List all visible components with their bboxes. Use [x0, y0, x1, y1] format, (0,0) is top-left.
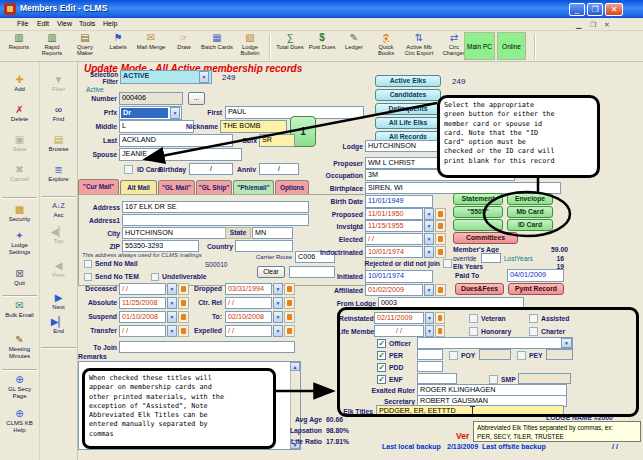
dropdown-arrow-icon[interactable]: ▼	[424, 220, 434, 232]
suffix-field[interactable]: SR	[259, 134, 295, 147]
online-indicator[interactable]: Online	[497, 32, 526, 60]
sidebar-prev-button[interactable]: ◀Prev	[40, 260, 77, 279]
indoctrinated-field[interactable]: 10/01/1974	[365, 246, 423, 258]
zip-field[interactable]: 55350-3293	[122, 240, 199, 252]
close-button[interactable]: ✕	[605, 3, 623, 16]
dropdown-arrow-icon[interactable]: ▼	[424, 246, 434, 258]
sidebar-meeting-minutes-button[interactable]: ✎Meeting Minutes	[1, 334, 38, 359]
city-field[interactable]: HUTCHINSON	[122, 227, 233, 239]
menu-tools[interactable]: Tools	[79, 20, 95, 27]
mdi-close-button[interactable]: ✕	[604, 21, 610, 28]
per-field[interactable]	[417, 349, 443, 360]
dropdown-arrow-icon[interactable]: ▼	[273, 297, 283, 309]
paid-to-field[interactable]: 04/01/2009	[507, 269, 564, 282]
filter-dropdown-arrow-icon[interactable]: ▼	[199, 71, 209, 83]
address1-field[interactable]	[122, 214, 309, 226]
elected-field[interactable]: / /	[365, 233, 423, 245]
sidebar-explore-button[interactable]: ≣Explore	[40, 164, 77, 183]
main-pc-indicator[interactable]: Main PC	[464, 32, 495, 60]
state-field[interactable]: MN	[252, 227, 293, 239]
lodge-bulletin-button[interactable]: ▧Lodge Bulletin	[234, 32, 266, 61]
draw-button[interactable]: ☞Draw	[168, 32, 200, 61]
tab-cur-mail[interactable]: "Cur Mail"	[78, 179, 119, 194]
nickname-field[interactable]: THE BOMB	[220, 120, 287, 133]
honorary-checkbox[interactable]: ✓	[469, 327, 478, 336]
sidebar-gl-secy-page-button[interactable]: ⊕GL Secy Page	[1, 374, 38, 399]
id-card-button[interactable]: ID Card	[507, 219, 553, 231]
dropped-field[interactable]: 03/31/1994	[225, 283, 272, 295]
rapid-reports-button[interactable]: ▥Rapid Reports	[36, 32, 68, 61]
dropdown-arrow-icon[interactable]: ▼	[273, 325, 283, 337]
enf-field[interactable]	[417, 373, 457, 384]
calendar-button[interactable]	[284, 283, 295, 295]
menu-help[interactable]: Help	[103, 20, 117, 27]
calendar-button[interactable]	[435, 208, 446, 220]
dropdown-arrow-icon[interactable]: ▼	[273, 283, 283, 295]
calendar-button[interactable]	[284, 325, 295, 337]
prfx-dropdown-arrow-icon[interactable]: ▼	[170, 107, 180, 119]
tab-options[interactable]: Options	[275, 180, 309, 194]
dropdown-arrow-icon[interactable]: ▼	[424, 284, 434, 296]
committees-button[interactable]: Committees	[453, 232, 518, 244]
initiated-field[interactable]: 10/01/1974	[365, 270, 433, 283]
mdi-restore-button[interactable]: ❐	[590, 21, 596, 28]
menu-view[interactable]: View	[57, 20, 72, 27]
rejected-checkbox[interactable]: ✓	[443, 259, 452, 268]
sidebar-asc-button[interactable]: A↓ZAsc	[40, 200, 77, 219]
to-join-field[interactable]	[119, 341, 295, 353]
calendar-button[interactable]	[435, 220, 446, 232]
pey-field[interactable]	[546, 349, 573, 360]
post-dues-button[interactable]: $Post Dues	[306, 32, 338, 61]
sidebar-add-button[interactable]: ✚Add	[1, 74, 38, 93]
delinquents-button[interactable]: Delinquents	[375, 103, 441, 115]
calendar-button[interactable]	[284, 297, 295, 309]
send-no-mail-checkbox[interactable]: ✓	[84, 260, 92, 268]
country-field[interactable]	[235, 240, 293, 252]
mb-card-button[interactable]: Mb Card	[507, 206, 553, 218]
address-field[interactable]: 167 ELK DR SE	[122, 201, 309, 213]
sidebar-lodge-settings-button[interactable]: ✦Lodge Settings	[1, 230, 38, 255]
pdd-field[interactable]	[417, 361, 443, 372]
undeliverable-checkbox[interactable]: ✓	[151, 273, 159, 281]
batch-cards-button[interactable]: ▦Batch Cards	[201, 32, 233, 61]
restore-button[interactable]: ❐	[587, 3, 603, 16]
last-name-field[interactable]: ACKLAND	[119, 134, 233, 147]
send-no-tem-checkbox[interactable]: ✓	[84, 273, 92, 281]
pdd-checkbox[interactable]: ✓	[377, 363, 386, 372]
sidebar-find-button[interactable]: ∞Find	[40, 104, 77, 123]
number-lookup-button[interactable]: ...	[188, 92, 205, 105]
officer-checkbox[interactable]: ✓	[377, 339, 386, 348]
calendar-button[interactable]	[284, 311, 295, 323]
from-lodge-field[interactable]: 0003	[378, 297, 524, 309]
all-life-elks-button[interactable]: All Life Elks	[375, 117, 441, 129]
pymt-record-button[interactable]: Pymt Record	[508, 283, 564, 295]
tab-gl-ship[interactable]: "GL Ship"	[196, 180, 232, 194]
statement-button[interactable]: Statement	[453, 193, 503, 205]
tab-alt-mail[interactable]: Alt Mail	[120, 180, 157, 194]
scroll-up-icon[interactable]: ▲	[290, 362, 300, 371]
calendar-button[interactable]	[435, 284, 446, 296]
pey-checkbox[interactable]: ✓	[517, 351, 526, 360]
sidebar-clms-kb-help-button[interactable]: ⊕CLMS KB Help	[1, 408, 38, 433]
query-maker-button[interactable]: ▤Query Maker	[69, 32, 101, 61]
dropdown-arrow-icon[interactable]: ▼	[424, 208, 434, 220]
poy-field[interactable]	[479, 349, 511, 360]
sidebar-cancel-button[interactable]: ✖Cancel	[1, 164, 38, 183]
mail-merge-button[interactable]: ✉Mail Merge	[135, 32, 167, 61]
reinstated-field[interactable]: 02/11/2009	[374, 312, 424, 324]
ledger-button[interactable]: ✎Ledger	[338, 32, 370, 61]
active-mb-circ-export-button[interactable]: ⇅Active Mb Circ Export	[402, 32, 436, 61]
assisted-checkbox[interactable]: ✓	[529, 314, 538, 323]
card-5505-button[interactable]: "5505"	[453, 206, 503, 218]
smp-checkbox[interactable]: ✓	[489, 375, 498, 384]
smp-field[interactable]	[518, 373, 571, 384]
officer-dropdown[interactable]	[417, 337, 573, 349]
mdi-minimize-button[interactable]: ▁	[576, 21, 581, 28]
proposed-field[interactable]: 11/01/1950	[365, 208, 423, 220]
number-field[interactable]: 000406	[119, 92, 183, 105]
life-member-field[interactable]: / /	[374, 325, 424, 337]
spouse-field[interactable]: JEANIE	[119, 148, 242, 161]
sidebar-save-button[interactable]: ▣Save	[1, 134, 38, 153]
veteran-checkbox[interactable]: ✓	[469, 314, 478, 323]
calendar-button[interactable]	[435, 233, 446, 245]
